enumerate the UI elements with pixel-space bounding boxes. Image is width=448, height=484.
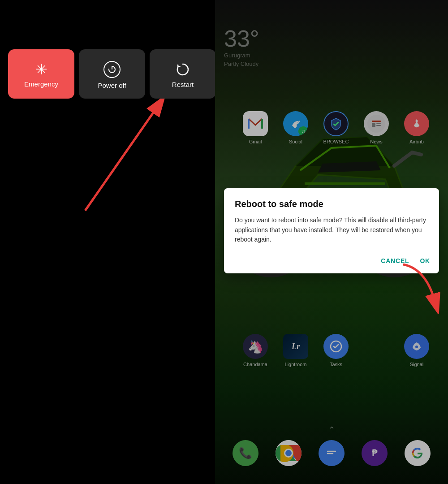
restart-icon (175, 62, 190, 77)
power-off-icon (103, 61, 121, 78)
emergency-label: Emergency (24, 80, 58, 88)
power-menu: ✳ Emergency Power off Restart (8, 49, 216, 99)
svg-line-3 (85, 108, 157, 211)
dialog-actions: CANCEL OK (235, 254, 430, 266)
cancel-button[interactable]: CANCEL (381, 255, 409, 266)
dialog-body: Do you want to reboot into safe mode? Th… (235, 216, 430, 245)
dialog-title: Reboot to safe mode (235, 199, 430, 209)
reboot-dialog: Reboot to safe mode Do you want to reboo… (224, 188, 439, 273)
power-off-button[interactable]: Power off (79, 49, 145, 99)
power-off-label: Power off (98, 82, 126, 89)
left-panel: ✳ Emergency Power off Restart (0, 0, 215, 484)
restart-label: Restart (172, 81, 194, 88)
emergency-icon: ✳ (35, 62, 47, 77)
ok-button[interactable]: OK (420, 255, 430, 266)
phone-background: Ninja 33° Gurugram Partly Cloudy (215, 0, 448, 484)
right-panel: Ninja 33° Gurugram Partly Cloudy (215, 0, 448, 484)
restart-arrow (58, 99, 184, 215)
emergency-button[interactable]: ✳ Emergency (8, 49, 74, 99)
restart-button[interactable]: Restart (150, 49, 216, 99)
